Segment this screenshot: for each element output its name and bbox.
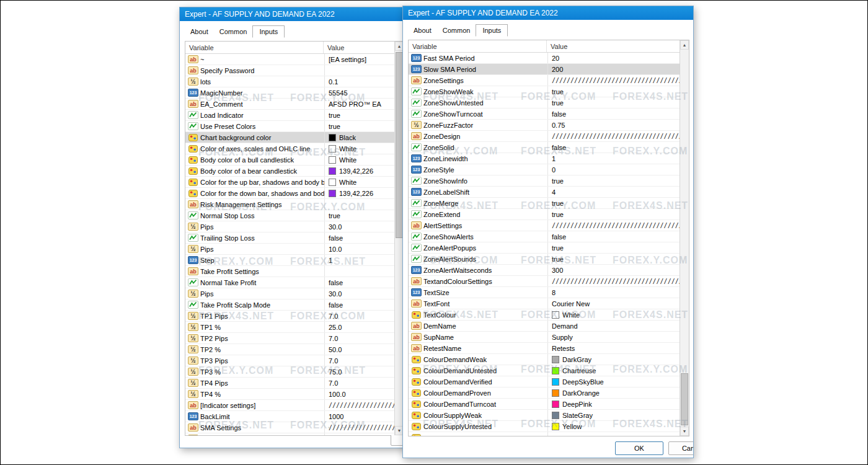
- table-row[interactable]: abRisk Management Settings: [185, 199, 404, 210]
- table-row[interactable]: abZoneSettings//////////////////////////…: [409, 75, 689, 86]
- table-row[interactable]: ½TP1 Pips7.0: [185, 311, 404, 322]
- value-cell[interactable]: 7.0: [324, 333, 404, 343]
- table-row[interactable]: ZoneAlertPopupstrue: [409, 242, 689, 254]
- value-cell[interactable]: DeepSkyBlue: [547, 376, 689, 387]
- table-row[interactable]: Load Indicatortrue: [185, 110, 404, 121]
- value-cell[interactable]: White: [324, 154, 404, 165]
- table-row[interactable]: abAlertSettings/////////////////////////…: [409, 220, 689, 231]
- titlebar-left[interactable]: Expert - AF SUPPLY AND DEMAND EA 2022: [180, 7, 408, 21]
- table-row[interactable]: ½Pips30.0: [185, 288, 404, 299]
- value-cell[interactable]: [324, 65, 404, 76]
- table-row[interactable]: ColourDemandWeakDarkGray: [409, 354, 689, 365]
- value-cell[interactable]: true: [547, 209, 689, 219]
- table-row[interactable]: ½Pips10.0: [185, 244, 404, 255]
- table-row[interactable]: ½TP3 Pips7.0: [185, 355, 404, 366]
- value-cell[interactable]: false: [324, 232, 404, 243]
- table-row[interactable]: ZoneExtendtrue: [409, 209, 689, 220]
- table-row[interactable]: [409, 432, 689, 436]
- table-row[interactable]: ab: [185, 433, 404, 435]
- table-row[interactable]: ColourSupplyUntestedYellow: [409, 421, 689, 432]
- value-cell[interactable]: [EA settings]: [324, 54, 404, 64]
- value-cell[interactable]: ////////////////////////////////////////…: [547, 75, 689, 86]
- value-cell[interactable]: 200: [547, 64, 689, 74]
- tab-common[interactable]: Common: [437, 24, 476, 36]
- value-cell[interactable]: ////////////////////////////////////////…: [547, 131, 689, 141]
- table-row[interactable]: ColourDemandProvenDarkOrange: [409, 388, 689, 399]
- value-cell[interactable]: ////////////////////////////////////////…: [324, 422, 404, 433]
- value-cell[interactable]: Demand: [547, 321, 689, 331]
- ok-button[interactable]: OK: [615, 441, 663, 455]
- table-row[interactable]: ½TP2 %50.0: [185, 344, 404, 355]
- table-row[interactable]: ½TP1 %25.0: [185, 322, 404, 333]
- value-cell[interactable]: 1000: [324, 411, 404, 422]
- value-cell[interactable]: 25.0: [324, 322, 404, 332]
- value-cell[interactable]: false: [324, 299, 404, 310]
- value-cell[interactable]: 1: [547, 153, 689, 164]
- value-cell[interactable]: ////////////////////////////////////////…: [547, 220, 689, 231]
- table-row[interactable]: Color for the down bar, shadows and body…: [185, 188, 404, 199]
- scrollbar-track[interactable]: [680, 50, 689, 427]
- value-cell[interactable]: 20: [547, 53, 689, 63]
- value-cell[interactable]: 139,42,226: [324, 166, 404, 176]
- value-cell[interactable]: Black: [324, 132, 404, 143]
- table-row[interactable]: ColourDemandVerifiedDeepSkyBlue: [409, 376, 689, 388]
- table-row[interactable]: Color for the up bar, shadows and body b…: [185, 177, 404, 188]
- scrollbar-down-icon[interactable]: ▼: [680, 427, 689, 436]
- table-row[interactable]: ZoneAlertSoundstrue: [409, 254, 689, 265]
- value-cell[interactable]: 0.75: [547, 120, 689, 130]
- table-row[interactable]: abEA_CommentAFSD PRO™ EA: [185, 99, 404, 110]
- table-row[interactable]: abTextFontCourier New: [409, 298, 689, 309]
- value-cell[interactable]: 75.0: [324, 366, 404, 377]
- table-row[interactable]: Chart background colorBlack: [185, 132, 404, 143]
- table-row[interactable]: Normal Stop Losstrue: [185, 210, 404, 221]
- value-cell[interactable]: true: [324, 110, 404, 120]
- value-cell[interactable]: 30.0: [324, 221, 404, 232]
- table-row[interactable]: 123MagicNumber55545: [185, 87, 404, 99]
- value-cell[interactable]: true: [547, 86, 689, 97]
- table-row[interactable]: abTake Profit Settings: [185, 266, 404, 277]
- table-row[interactable]: abRetestNameRetests: [409, 343, 689, 354]
- value-cell[interactable]: true: [547, 97, 689, 108]
- value-cell[interactable]: false: [324, 277, 404, 288]
- value-cell[interactable]: 100.0: [324, 389, 404, 399]
- table-row[interactable]: ColourSupplyWeakSlateGray: [409, 410, 689, 421]
- value-cell[interactable]: 30.0: [324, 288, 404, 299]
- tab-common[interactable]: Common: [214, 25, 253, 37]
- table-row[interactable]: ½TP4 Pips7.0: [185, 378, 404, 389]
- table-row[interactable]: ½lots0.1: [185, 76, 404, 87]
- table-row[interactable]: ZoneShowTurncoatfalse: [409, 108, 689, 120]
- table-row[interactable]: ZoneShowAlertsfalse: [409, 231, 689, 242]
- value-cell[interactable]: ////////////////////////////////////////…: [324, 400, 404, 410]
- value-cell[interactable]: true: [547, 254, 689, 264]
- value-cell[interactable]: White: [547, 309, 689, 320]
- value-cell[interactable]: 8: [547, 287, 689, 298]
- value-cell[interactable]: 300: [547, 265, 689, 275]
- table-row[interactable]: ZoneShowInfotrue: [409, 175, 689, 187]
- value-cell[interactable]: 4: [547, 187, 689, 197]
- table-row[interactable]: ½Pips30.0: [185, 221, 404, 232]
- value-cell[interactable]: true: [547, 198, 689, 208]
- table-row[interactable]: Normal Take Profitfalse: [185, 277, 404, 288]
- value-cell[interactable]: [547, 432, 689, 436]
- value-cell[interactable]: DarkGray: [547, 354, 689, 365]
- tab-inputs[interactable]: Inputs: [476, 24, 508, 37]
- table-row[interactable]: Body color of a bear candlestick139,42,2…: [185, 166, 404, 177]
- value-cell[interactable]: true: [547, 242, 689, 253]
- table-row[interactable]: abSMA Settings//////////////////////////…: [185, 422, 404, 433]
- table-row[interactable]: 123ZoneLinewidth1: [409, 153, 689, 164]
- table-row[interactable]: abDemNameDemand: [409, 321, 689, 332]
- value-cell[interactable]: Chartreuse: [547, 365, 689, 376]
- value-cell[interactable]: 7.0: [324, 378, 404, 388]
- value-cell[interactable]: Courier New: [547, 298, 689, 309]
- table-row[interactable]: ½TP3 %75.0: [185, 366, 404, 378]
- value-cell[interactable]: Retests: [547, 343, 689, 353]
- table-row[interactable]: 123BackLimit1000: [185, 411, 404, 422]
- value-cell[interactable]: 7.0: [324, 311, 404, 321]
- scrollbar[interactable]: ▲ ▼: [680, 40, 689, 436]
- table-row[interactable]: ½ZoneFuzzFactor0.75: [409, 120, 689, 131]
- table-row[interactable]: ZoneSolidfalse: [409, 142, 689, 153]
- table-row[interactable]: abZoneDesign////////////////////////////…: [409, 131, 689, 142]
- tab-about[interactable]: About: [185, 25, 214, 37]
- value-cell[interactable]: AFSD PRO™ EA: [324, 99, 404, 109]
- value-cell[interactable]: false: [547, 142, 689, 153]
